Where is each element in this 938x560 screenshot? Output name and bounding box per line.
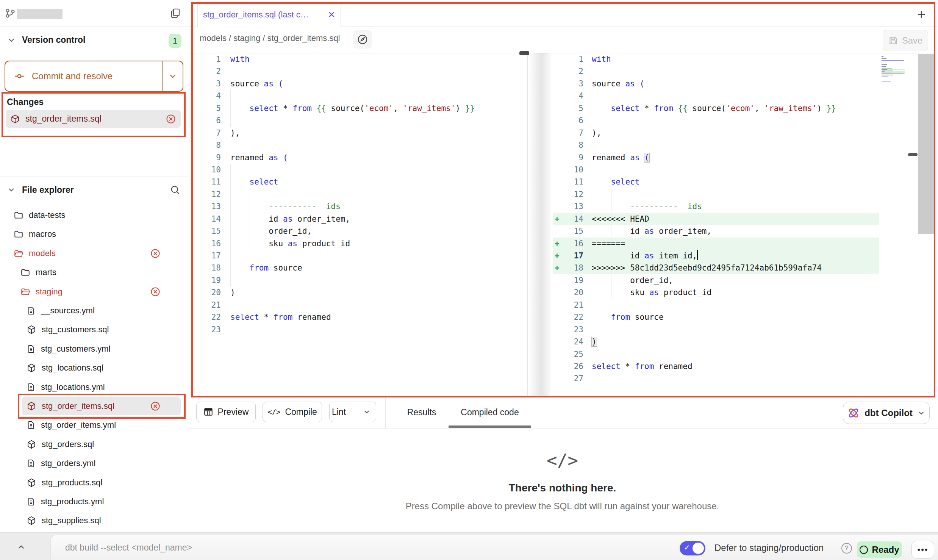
commit-options-caret[interactable] xyxy=(163,61,183,91)
code-line-13[interactable]: 13 ---------- ids xyxy=(192,200,528,213)
code-line-8[interactable]: 8 xyxy=(553,139,879,151)
code-line-12[interactable]: 12 xyxy=(553,188,879,200)
help-icon[interactable]: ? xyxy=(841,543,852,554)
code-line-4[interactable]: 4 xyxy=(553,90,879,102)
file-row-staging[interactable]: staging xyxy=(0,282,187,301)
code-line-16[interactable]: 16 sku as product_id xyxy=(192,238,528,250)
file-row-stg-supplies-sql[interactable]: stg_supplies.sql xyxy=(0,511,187,530)
code-line-13[interactable]: 13 ---------- ids xyxy=(553,200,879,213)
code-line-24[interactable]: 24) xyxy=(553,336,879,348)
more-options-button[interactable]: ••• xyxy=(911,541,934,558)
code-line-18[interactable]: +18>>>>>>> 58c1dd23d5eebd9cd2495fa7124ab… xyxy=(553,262,879,274)
code-line-23[interactable]: 23 xyxy=(553,324,879,336)
code-line-12[interactable]: 12 xyxy=(192,188,528,200)
code-line-19[interactable]: 19 xyxy=(192,274,528,286)
code-line-25[interactable]: 25 xyxy=(553,348,879,360)
code-editor-right[interactable]: 1with23source as (45 select * from {{ so… xyxy=(553,53,879,385)
minimap[interactable] xyxy=(882,56,905,83)
file-row-stg-locations-yml[interactable]: stg_locations.yml xyxy=(0,378,187,397)
editor-tab-stg-order-items[interactable]: stg_order_items.sql (last c… ✕ xyxy=(197,2,341,27)
file-row-stg-customers-yml[interactable]: stg_customers.yml xyxy=(0,339,187,358)
code-line-3[interactable]: 3source as ( xyxy=(192,78,528,90)
copy-icon[interactable] xyxy=(170,8,181,19)
lint-options-caret[interactable] xyxy=(358,408,376,416)
discard-change-icon[interactable] xyxy=(150,401,161,411)
file-row-stg-locations-sql[interactable]: stg_locations.sql xyxy=(0,358,187,377)
preview-button[interactable]: Preview xyxy=(196,402,256,422)
code-line-5[interactable]: 5 select * from {{ source('ecom', 'raw_i… xyxy=(553,102,879,114)
code-line-16[interactable]: +16======= xyxy=(553,238,879,250)
code-line-9[interactable]: 9renamed as ( xyxy=(553,152,879,164)
code-line-1[interactable]: 1with xyxy=(192,53,528,65)
changes-item-stg-order-items[interactable]: stg_order_items.sql xyxy=(6,110,181,128)
defer-toggle[interactable]: ✓ xyxy=(680,541,705,555)
lint-button[interactable]: Lint xyxy=(329,402,376,422)
minimap-slider[interactable] xyxy=(908,153,918,156)
code-line-21[interactable]: 21 xyxy=(192,299,528,311)
code-line-26[interactable]: 26select * from renamed xyxy=(553,360,879,372)
code-line-23[interactable]: 23 xyxy=(192,324,528,336)
file-row-stg-customers-sql[interactable]: stg_customers.sql xyxy=(0,320,187,339)
code-line-2[interactable]: 2 xyxy=(553,65,879,77)
tab-results[interactable]: Results xyxy=(407,402,436,423)
code-line-8[interactable]: 8 xyxy=(192,139,528,151)
lineage-compass-icon[interactable] xyxy=(353,30,372,48)
code-line-6[interactable]: 6 xyxy=(553,114,879,127)
save-button[interactable]: Save xyxy=(883,30,928,51)
code-line-14[interactable]: +14<<<<<<< HEAD xyxy=(553,213,879,225)
file-row-stg-products-sql[interactable]: stg_products.sql xyxy=(0,473,187,492)
file-row-macros[interactable]: macros xyxy=(0,225,187,244)
left-editor-scrollbar[interactable] xyxy=(519,51,529,55)
command-input[interactable]: dbt build --select <model_name> xyxy=(65,543,192,553)
discard-change-icon[interactable] xyxy=(150,248,161,259)
code-line-3[interactable]: 3source as ( xyxy=(553,78,879,90)
file-row-data-tests[interactable]: data-tests xyxy=(0,206,187,225)
code-editor-left[interactable]: 1with23source as (45 select * from {{ so… xyxy=(192,53,528,336)
file-row-stg-orders-yml[interactable]: stg_orders.yml xyxy=(0,454,187,473)
code-line-4[interactable]: 4 xyxy=(192,90,528,102)
collapse-chevron-icon[interactable] xyxy=(14,540,29,554)
search-icon[interactable] xyxy=(170,185,180,195)
close-tab-icon[interactable]: ✕ xyxy=(328,9,335,20)
compile-button[interactable]: </> Compile xyxy=(263,402,322,422)
code-line-22[interactable]: 22 from source xyxy=(553,311,879,323)
code-line-20[interactable]: 20) xyxy=(192,286,528,299)
code-line-11[interactable]: 11 select xyxy=(553,176,879,188)
code-line-10[interactable]: 10 xyxy=(192,164,528,176)
code-line-1[interactable]: 1with xyxy=(553,53,879,65)
code-line-2[interactable]: 2 xyxy=(192,65,528,77)
code-line-10[interactable]: 10 xyxy=(553,164,879,176)
new-tab-button[interactable]: + xyxy=(912,5,930,23)
tab-compiled-code[interactable]: Compiled code xyxy=(459,402,521,423)
file-row-stg-order-items-sql[interactable]: stg_order_items.sql xyxy=(0,397,187,416)
code-line-19[interactable]: 19 order_id, xyxy=(553,274,879,286)
version-control-header[interactable]: Version control xyxy=(7,35,85,45)
ready-status-badge[interactable]: Ready xyxy=(857,541,902,558)
code-line-22[interactable]: 22select * from renamed xyxy=(192,311,528,323)
discard-change-icon[interactable] xyxy=(166,114,176,124)
code-line-6[interactable]: 6 xyxy=(192,114,528,127)
code-line-11[interactable]: 11 select xyxy=(192,176,528,188)
code-line-27[interactable]: 27 xyxy=(553,372,879,385)
code-line-21[interactable]: 21 xyxy=(553,299,879,311)
file-row-stg-orders-sql[interactable]: stg_orders.sql xyxy=(0,435,187,454)
chevron-down-icon[interactable] xyxy=(7,185,16,194)
discard-change-icon[interactable] xyxy=(150,286,161,297)
code-line-9[interactable]: 9renamed as ( xyxy=(192,152,528,164)
right-editor-scrollbar[interactable] xyxy=(918,54,935,234)
commit-and-resolve-button[interactable]: Commit and resolve xyxy=(5,61,183,92)
code-line-15[interactable]: 15 id as order_item, xyxy=(553,225,879,237)
file-row-marts[interactable]: marts xyxy=(0,263,187,282)
code-line-7[interactable]: 7), xyxy=(553,127,879,139)
file-row--sources-yml[interactable]: __sources.yml xyxy=(0,301,187,320)
code-line-17[interactable]: 17 xyxy=(192,250,528,262)
code-line-18[interactable]: 18 from source xyxy=(192,262,528,274)
file-row-stg-products-yml[interactable]: stg_products.yml xyxy=(0,492,187,511)
code-line-17[interactable]: +17 id as item_id, xyxy=(553,250,879,262)
file-row-stg-order-items-yml[interactable]: stg_order_items.yml xyxy=(0,416,187,435)
code-line-15[interactable]: 15 order_id, xyxy=(192,225,528,237)
code-line-20[interactable]: 20 sku as product_id xyxy=(553,286,879,299)
code-line-5[interactable]: 5 select * from {{ source('ecom', 'raw_i… xyxy=(192,102,528,114)
code-line-7[interactable]: 7), xyxy=(192,127,528,139)
file-row-models[interactable]: models xyxy=(0,244,187,263)
